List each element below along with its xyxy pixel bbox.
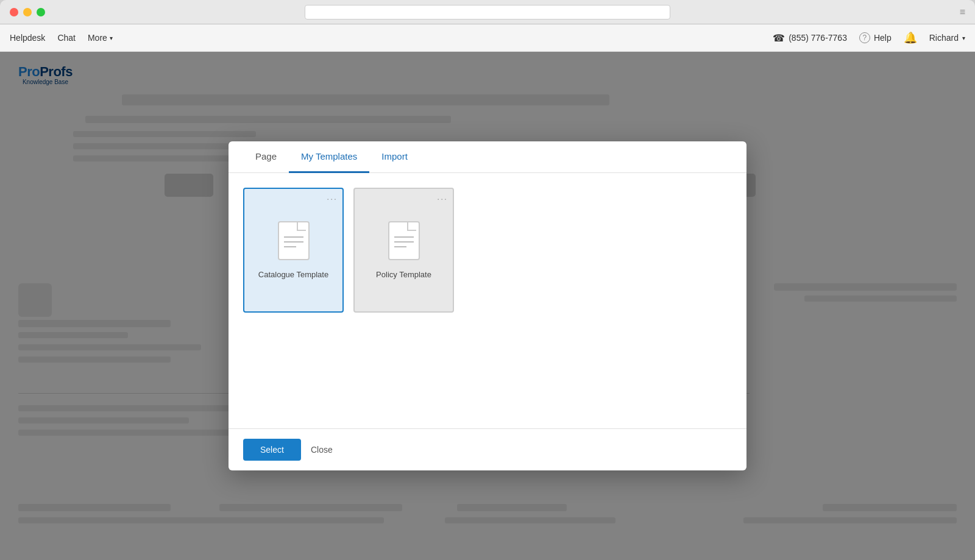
more-chevron-icon: ▾: [110, 35, 113, 41]
modal: Page My Templates Import ···: [229, 141, 746, 470]
nav-helpdesk[interactable]: Helpdesk: [10, 33, 45, 43]
template-card-name-catalogue: Catalogue Template: [258, 270, 328, 279]
nav-chat[interactable]: Chat: [57, 33, 76, 43]
user-menu[interactable]: Richard ▾: [929, 33, 965, 43]
modal-footer: Select Close: [229, 428, 746, 470]
document-icon: [278, 221, 310, 260]
nav-more[interactable]: More ▾: [88, 33, 113, 43]
close-button[interactable]: Close: [311, 445, 333, 455]
background-content: ProProfs Knowledge Base: [0, 52, 975, 560]
modal-tabs: Page My Templates Import: [229, 141, 746, 173]
modal-body: ··· Catalogue Template ···: [229, 173, 746, 428]
card-options-icon-2[interactable]: ···: [437, 194, 448, 204]
top-nav-right: ☎ (855) 776-7763 ? Help 🔔 Richard ▾: [773, 31, 965, 44]
template-card-catalogue[interactable]: ··· Catalogue Template: [243, 188, 344, 313]
card-options-icon[interactable]: ···: [327, 194, 338, 204]
phone-number: ☎ (855) 776-7763: [773, 32, 847, 44]
tab-import[interactable]: Import: [369, 141, 420, 173]
document-icon-2: [388, 221, 420, 260]
phone-icon: ☎: [773, 32, 785, 44]
close-button[interactable]: [10, 8, 18, 16]
top-nav-left: Helpdesk Chat More ▾: [10, 33, 113, 43]
help-link[interactable]: ? Help: [859, 32, 892, 43]
traffic-lights: [10, 8, 45, 16]
modal-overlay: Page My Templates Import ···: [0, 52, 975, 560]
select-button[interactable]: Select: [243, 439, 301, 461]
window-chrome: ≡: [0, 0, 975, 24]
help-icon: ?: [859, 32, 870, 43]
address-bar[interactable]: [305, 5, 670, 19]
bell-icon: 🔔: [904, 31, 917, 44]
svg-rect-0: [278, 222, 309, 260]
maximize-button[interactable]: [37, 8, 45, 16]
minimize-button[interactable]: [23, 8, 32, 16]
user-chevron-icon: ▾: [962, 35, 965, 41]
top-nav: Helpdesk Chat More ▾ ☎ (855) 776-7763 ? …: [0, 24, 975, 52]
svg-rect-4: [389, 222, 419, 260]
notification-bell[interactable]: 🔔: [904, 31, 917, 44]
window-menu-icon: ≡: [960, 7, 965, 18]
tab-my-templates[interactable]: My Templates: [289, 141, 369, 173]
template-card-name-policy: Policy Template: [376, 270, 431, 279]
template-card-policy[interactable]: ··· Policy Template: [353, 188, 454, 313]
tab-page[interactable]: Page: [243, 141, 289, 173]
